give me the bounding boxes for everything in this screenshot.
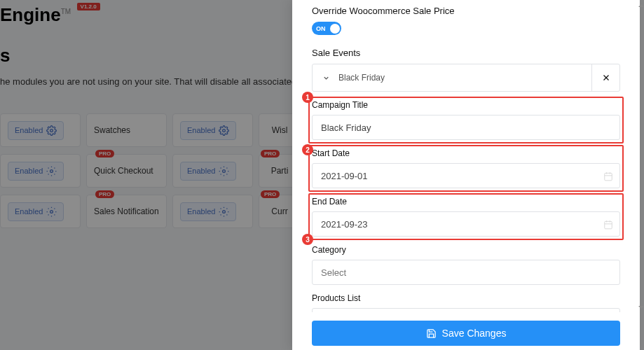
save-changes-button[interactable]: Save Changes (312, 321, 620, 346)
save-icon (426, 328, 437, 339)
override-label: Override Woocommerce Sale Price (312, 6, 620, 16)
annotation-badge-1: 1 (302, 92, 313, 103)
start-date-label: Start Date (312, 148, 620, 158)
start-date-input[interactable] (312, 163, 620, 188)
campaign-title-input[interactable] (312, 115, 620, 140)
close-event-button[interactable] (591, 64, 619, 92)
campaign-title-label: Campaign Title (312, 100, 620, 110)
sale-events-label: Sale Events (312, 48, 620, 58)
sale-event-header[interactable]: Black Friday (312, 64, 620, 92)
category-select[interactable] (312, 260, 620, 285)
annotation-badge-3: 3 (302, 234, 313, 245)
scrollbar[interactable] (640, 0, 644, 350)
svg-rect-8 (605, 173, 612, 181)
calendar-icon (603, 172, 613, 181)
chevron-down-icon (322, 74, 330, 82)
sale-event-name: Black Friday (338, 73, 385, 83)
end-date-input[interactable] (312, 211, 620, 237)
annotation-badge-2: 2 (302, 144, 313, 155)
calendar-icon (603, 220, 613, 230)
toggle-on-label: ON (316, 25, 326, 32)
svg-rect-12 (605, 221, 612, 229)
category-label: Category (312, 245, 620, 255)
override-toggle[interactable]: ON (312, 22, 341, 35)
close-icon (601, 73, 611, 83)
end-date-label: End Date (312, 197, 620, 206)
products-list-select[interactable] (312, 308, 620, 312)
products-list-label: Products List (312, 293, 620, 303)
sale-event-panel: Override Woocommerce Sale Price ON Sale … (292, 0, 640, 350)
toggle-knob (330, 24, 340, 34)
